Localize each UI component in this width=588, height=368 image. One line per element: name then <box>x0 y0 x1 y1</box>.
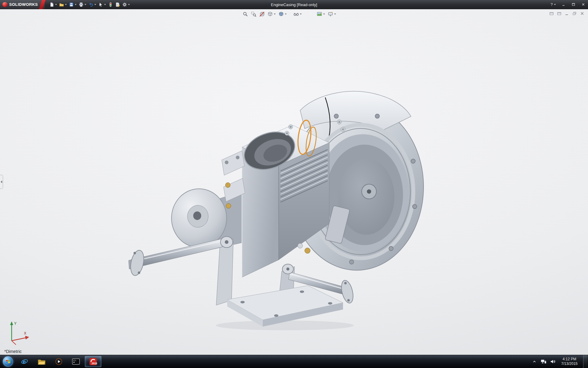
new-window-button[interactable] <box>549 11 554 16</box>
volume-icon <box>550 359 556 364</box>
undo-button[interactable] <box>88 1 97 8</box>
view-orientation-caret[interactable] <box>274 13 276 15</box>
close-icon <box>581 2 585 6</box>
volume-button[interactable] <box>550 358 556 365</box>
minimize-button[interactable] <box>559 0 568 9</box>
doc-close-button[interactable] <box>579 11 585 16</box>
zoom-to-area-icon <box>251 11 256 17</box>
media-player-icon <box>55 358 62 365</box>
apply-scene-caret[interactable] <box>323 13 325 15</box>
dassault-logo-icon <box>2 2 7 7</box>
windows-orb-icon <box>3 356 13 367</box>
options-dropdown-caret[interactable] <box>128 4 130 5</box>
solidworks-menu-button[interactable]: SOLIDWORKS <box>0 0 45 9</box>
windows-taskbar: e C:\ 2015 <box>0 355 588 368</box>
doc-minimize-button[interactable] <box>564 11 570 16</box>
svg-text:e: e <box>23 358 26 365</box>
svg-text:2015: 2015 <box>92 362 97 365</box>
print-dropdown-caret[interactable] <box>85 4 86 5</box>
hide-show-caret[interactable] <box>300 13 302 15</box>
chevron-up-icon <box>532 359 537 364</box>
show-desktop-button[interactable] <box>583 355 587 368</box>
reference-triad: Y X <box>6 319 32 347</box>
edit-appearance-button[interactable] <box>308 11 315 17</box>
minimize-icon <box>562 2 566 6</box>
solidworks-window: SOLIDWORKS EngineCasing [Read-only] ? <box>0 0 588 368</box>
file-properties-button[interactable] <box>114 1 121 8</box>
print-icon <box>79 2 84 7</box>
save-icon <box>69 2 74 7</box>
brand-label: SOLIDWORKS <box>9 2 38 7</box>
display-style-caret[interactable] <box>285 13 287 15</box>
edit-appearance-icon <box>308 11 314 17</box>
new-document-icon <box>49 2 54 7</box>
tile-windows-button[interactable] <box>556 11 562 16</box>
view-orientation-icon <box>267 11 273 17</box>
zoom-to-fit-button[interactable] <box>242 11 249 17</box>
heads-up-view-toolbar <box>242 11 337 17</box>
clock-time: 4:12 PM <box>563 357 576 362</box>
task-pane-toggle[interactable] <box>0 175 3 189</box>
new-document-button[interactable] <box>48 1 58 8</box>
close-button[interactable] <box>578 0 588 9</box>
triad-y-label: Y <box>14 321 17 326</box>
doc-restore-button[interactable] <box>572 11 577 16</box>
svg-text:C:\: C:\ <box>73 359 76 362</box>
select-cursor-icon <box>98 2 103 7</box>
help-button[interactable]: ? <box>548 0 559 9</box>
taskbar-windows-explorer[interactable] <box>33 356 50 367</box>
internet-explorer-icon: e <box>21 358 28 365</box>
save-dropdown-caret[interactable] <box>75 4 77 5</box>
open-button[interactable] <box>58 1 68 8</box>
model-geometry[interactable] <box>129 91 424 330</box>
hide-show-items-button[interactable] <box>293 11 302 17</box>
tile-windows-icon <box>557 11 562 16</box>
doc-restore-icon <box>572 11 577 16</box>
zoom-to-area-button[interactable] <box>250 11 257 17</box>
maximize-button[interactable] <box>568 0 578 9</box>
start-button[interactable] <box>0 355 16 368</box>
system-tray: 4:12 PM 7/13/2015 <box>531 355 588 368</box>
folder-icon <box>38 358 46 365</box>
doc-close-icon <box>580 11 585 16</box>
rebuild-button[interactable] <box>107 1 114 8</box>
triad-x-label: X <box>24 331 26 335</box>
engine-casing-model[interactable] <box>0 9 588 355</box>
taskbar-internet-explorer[interactable]: e <box>16 356 33 367</box>
open-dropdown-caret[interactable] <box>65 4 67 5</box>
view-orientation-label: *Dimetric <box>4 349 22 354</box>
window-controls: ? <box>548 0 588 9</box>
brand-red-edge <box>39 0 46 9</box>
new-dropdown-caret[interactable] <box>55 4 57 5</box>
print-button[interactable] <box>78 1 87 8</box>
hide-show-items-icon <box>293 11 299 17</box>
taskbar-command-prompt[interactable]: C:\ <box>68 356 84 367</box>
network-status-button[interactable] <box>541 358 547 365</box>
help-dropdown-caret[interactable] <box>554 4 556 5</box>
taskbar-media-player[interactable] <box>51 356 67 367</box>
display-style-button[interactable] <box>278 11 287 17</box>
view-settings-button[interactable] <box>327 11 337 17</box>
undo-icon <box>89 2 93 7</box>
view-settings-caret[interactable] <box>334 13 336 15</box>
graphics-area[interactable]: Y X *Dimetric <box>0 9 588 355</box>
rebuild-icon <box>108 2 113 7</box>
show-hidden-icons-button[interactable] <box>531 358 537 365</box>
taskbar-solidworks[interactable]: 2015 <box>85 356 101 367</box>
maximize-icon <box>571 2 575 6</box>
windows-flag-icon <box>5 358 11 365</box>
undo-dropdown-caret[interactable] <box>94 4 96 5</box>
select-button[interactable] <box>97 1 107 8</box>
help-label: ? <box>551 2 553 7</box>
file-properties-icon <box>115 2 120 7</box>
taskbar-clock[interactable]: 4:12 PM 7/13/2015 <box>559 357 580 366</box>
options-button[interactable] <box>121 1 131 8</box>
section-view-button[interactable] <box>258 11 265 17</box>
save-button[interactable] <box>68 1 77 8</box>
view-orientation-button[interactable] <box>267 11 276 17</box>
section-view-icon <box>259 11 265 17</box>
new-window-icon <box>549 11 554 16</box>
network-icon <box>541 359 547 364</box>
select-dropdown-caret[interactable] <box>104 4 106 5</box>
apply-scene-button[interactable] <box>316 11 326 17</box>
